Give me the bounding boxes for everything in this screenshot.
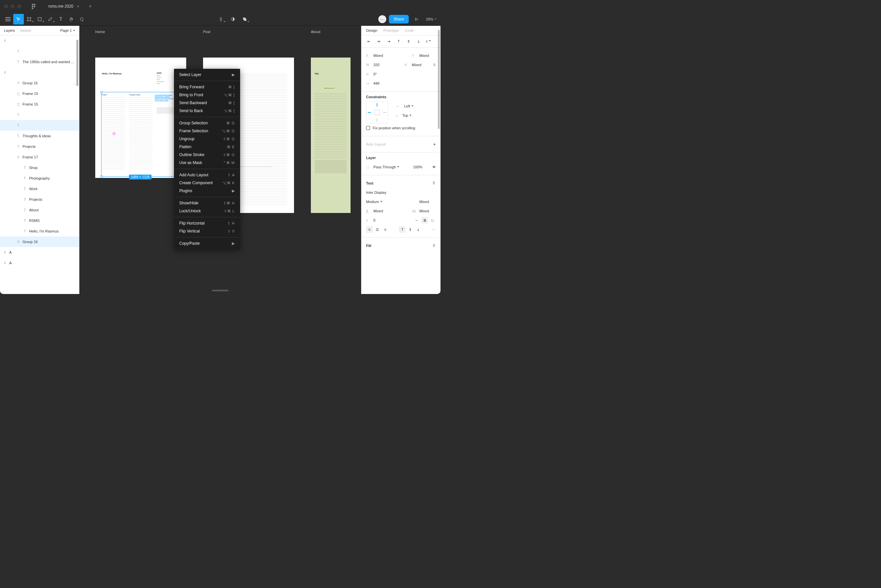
align-bottom-icon[interactable]: ⤓	[416, 39, 421, 44]
layer-row[interactable]: #Frame 17	[0, 152, 79, 162]
layer-row[interactable]: TPhotography	[0, 173, 79, 183]
layer-row[interactable]: TThe 1950s called and wanted ...	[0, 57, 79, 67]
tab-design[interactable]: Design	[366, 28, 378, 32]
font-weight-dropdown[interactable]: Medium	[366, 200, 382, 204]
context-menu[interactable]: Select Layer▶Bring Forward⌘ ]Bring to Fr…	[174, 69, 240, 249]
layer-row[interactable]: #A	[0, 247, 79, 258]
minimize-dot[interactable]	[10, 4, 15, 8]
layer-row[interactable]: ⠿Group 16	[0, 237, 79, 247]
move-tool[interactable]	[13, 14, 24, 24]
text-align-left-icon[interactable]: ≡	[366, 226, 373, 233]
zoom-dropdown[interactable]: 20%	[425, 17, 438, 21]
text-valign-bottom-icon[interactable]: ⤓	[415, 226, 421, 233]
frame-label[interactable]: Home	[95, 30, 105, 34]
layer-row[interactable]: #	[0, 67, 79, 78]
menu-item[interactable]: Create Component⌥⌘ K	[174, 179, 240, 187]
menu-item[interactable]: Flip Horizontal⇧ H	[174, 219, 240, 227]
tab-prototype[interactable]: Prototype	[383, 28, 399, 32]
menu-item[interactable]: Add Auto Layout⇧ A	[174, 171, 240, 179]
x-input[interactable]	[373, 54, 390, 57]
fill-styles-icon[interactable]: ⠿	[433, 244, 436, 248]
menu-item[interactable]: Send Backward⌘ [	[174, 99, 240, 107]
menu-item[interactable]: Bring to Front⌥⌘ ]	[174, 91, 240, 99]
layer-row[interactable]: TRSMS	[0, 215, 79, 226]
text-styles-icon[interactable]: ⠿	[433, 181, 436, 186]
w-input[interactable]	[373, 63, 390, 67]
menu-item[interactable]: Flip Vertical⇧ V	[174, 227, 240, 235]
layer-row[interactable]: #	[0, 35, 79, 46]
auto-width-icon[interactable]: ↔	[414, 217, 420, 224]
tab-layers[interactable]: Layers	[4, 28, 15, 32]
comment-tool[interactable]	[77, 14, 87, 24]
layer-row[interactable]: T	[0, 120, 79, 130]
user-avatar[interactable]: ◡◡	[378, 15, 386, 23]
mask-icon[interactable]	[228, 14, 238, 24]
frame-label[interactable]: About	[311, 30, 321, 34]
text-valign-middle-icon[interactable]: ⇕	[407, 226, 414, 233]
close-dot[interactable]	[4, 4, 8, 8]
menu-item[interactable]: Copy/Paste▶	[174, 239, 240, 248]
menu-item[interactable]: Group Selection⌘ G	[174, 119, 240, 127]
menu-item[interactable]: Use as Mask⌃⌘ M	[174, 159, 240, 166]
layers-scrollbar[interactable]	[76, 40, 78, 86]
hidden-icon[interactable]: ◡	[73, 81, 76, 85]
menu-item[interactable]: Frame Selection⌥⌘ G	[174, 127, 240, 135]
layer-row[interactable]: ▢Frame 15	[0, 88, 79, 99]
hand-tool[interactable]	[66, 14, 77, 24]
artboard-about[interactable]: Hej Read more here →	[311, 57, 351, 213]
layer-row[interactable]: #A	[0, 258, 79, 268]
layer-row[interactable]: TWork	[0, 183, 79, 194]
menu-item[interactable]: Plugins▶	[174, 187, 240, 195]
menu-item[interactable]: Outline Stroke⇧⌘ O	[174, 151, 240, 159]
present-icon[interactable]	[411, 14, 422, 24]
layer-row[interactable]: T	[0, 46, 79, 57]
text-more-icon[interactable]: ⋯	[432, 228, 436, 232]
blend-mode-dropdown[interactable]: Pass Through	[373, 165, 399, 169]
text-valign-top-icon[interactable]: ⤒	[399, 226, 405, 233]
add-tab-icon[interactable]: +	[88, 3, 91, 9]
menu-item[interactable]: Send to Back⌥⌘ [	[174, 107, 240, 115]
opacity-input[interactable]	[409, 165, 422, 169]
layer-row[interactable]: TThoughts & ideas	[0, 130, 79, 141]
h-input[interactable]	[412, 63, 428, 67]
link-dims-icon[interactable]: ⇅	[433, 63, 436, 67]
frame-label[interactable]: Post	[203, 30, 210, 34]
align-right-icon[interactable]: ⇥	[386, 39, 391, 44]
fixed-size-icon[interactable]: □	[429, 217, 436, 224]
file-tab[interactable]: rsms.me 2020 ×	[44, 2, 83, 11]
align-top-icon[interactable]: ⤒	[396, 39, 401, 44]
component-icon[interactable]	[216, 14, 226, 24]
text-align-right-icon[interactable]: ≡	[382, 226, 389, 233]
close-tab-icon[interactable]: ×	[77, 4, 79, 9]
y-input[interactable]	[420, 54, 436, 57]
layer-row[interactable]: THello, I'm Rasmus	[0, 226, 79, 237]
text-align-center-icon[interactable]: ☰	[374, 226, 381, 233]
layer-row[interactable]: T	[0, 110, 79, 120]
text-tool[interactable]: T	[55, 14, 66, 24]
constraint-widget[interactable]	[366, 102, 388, 123]
menu-item[interactable]: Show/Hide⇧⌘ H	[174, 199, 240, 207]
spacing-input[interactable]	[373, 81, 390, 86]
align-hcenter-icon[interactable]: ⇔	[376, 39, 381, 44]
menu-item[interactable]: Flatten⌘ E	[174, 143, 240, 151]
boolean-icon[interactable]	[240, 14, 250, 24]
menu-item[interactable]: Ungroup⇧⌘ G	[174, 135, 240, 143]
rotation-input[interactable]	[373, 72, 390, 76]
layer-row[interactable]: TProjects	[0, 194, 79, 205]
layer-row[interactable]: ▢Frame 15	[0, 99, 79, 110]
font-size-input[interactable]	[420, 200, 436, 204]
inspector-scrollbar[interactable]	[438, 30, 440, 129]
canvas[interactable]: Home Post About Hello, I'm Rasmus RSMS A…	[79, 26, 361, 294]
menu-item[interactable]: Lock/Unlock⇧⌘ L	[174, 207, 240, 215]
tab-code[interactable]: Code	[405, 28, 414, 32]
align-vcenter-icon[interactable]: ⇕	[406, 39, 411, 44]
font-family-dropdown[interactable]: Inter Display	[366, 190, 386, 195]
layer-row[interactable]: ⠿Group 15◡	[0, 78, 79, 88]
pen-tool[interactable]	[45, 14, 55, 24]
auto-height-icon[interactable]: ≣	[421, 217, 428, 224]
canvas-scrollbar[interactable]	[212, 290, 229, 291]
constraint-h-dropdown[interactable]: Left	[404, 104, 414, 108]
line-height-input[interactable]	[373, 209, 390, 213]
zoom-dot[interactable]	[17, 4, 21, 8]
shape-tool[interactable]	[34, 14, 45, 24]
